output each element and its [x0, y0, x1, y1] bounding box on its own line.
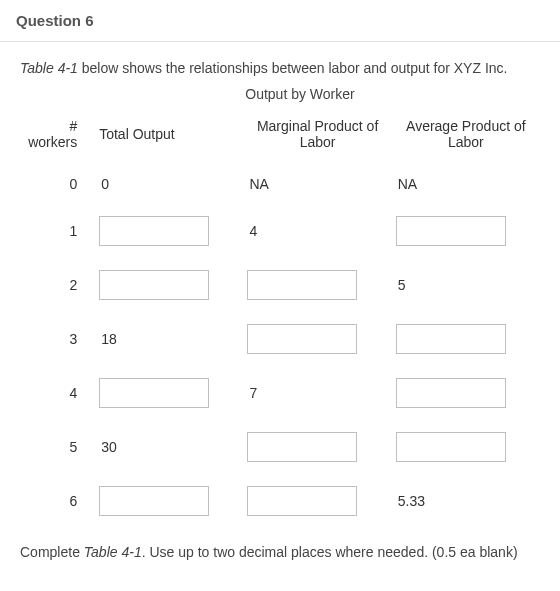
workers-value: 4: [20, 366, 95, 420]
mpl-value: 4: [247, 223, 257, 239]
intro-rest: below shows the relationships between la…: [78, 60, 508, 76]
workers-value: 1: [20, 204, 95, 258]
table-header-row: # workers Total Output Marginal Product …: [20, 112, 540, 164]
table-row: 00NANA: [20, 164, 540, 204]
mpl-input[interactable]: [247, 270, 357, 300]
table-row: 14: [20, 204, 540, 258]
table-row: 318: [20, 312, 540, 366]
table-caption: Output by Worker: [60, 86, 540, 102]
total-input[interactable]: [99, 270, 209, 300]
apl-input[interactable]: [396, 432, 506, 462]
total-input[interactable]: [99, 486, 209, 516]
col-header-workers: # workers: [20, 112, 95, 164]
footer-table-ref: Table 4-1: [84, 544, 142, 560]
intro-text: Table 4-1 below shows the relationships …: [20, 60, 540, 76]
mpl-input[interactable]: [247, 432, 357, 462]
workers-value: 2: [20, 258, 95, 312]
mpl-input[interactable]: [247, 324, 357, 354]
mpl-value: NA: [247, 176, 268, 192]
total-input[interactable]: [99, 378, 209, 408]
workers-value: 6: [20, 474, 95, 528]
col-header-total: Total Output: [95, 112, 243, 164]
table-row: 65.33: [20, 474, 540, 528]
intro-table-ref: Table 4-1: [20, 60, 78, 76]
apl-input[interactable]: [396, 216, 506, 246]
total-value: 18: [99, 331, 117, 347]
footer-prefix: Complete: [20, 544, 84, 560]
apl-value: 5: [396, 277, 406, 293]
apl-value: NA: [396, 176, 417, 192]
footer-rest: . Use up to two decimal places where nee…: [142, 544, 518, 560]
workers-value: 5: [20, 420, 95, 474]
apl-value: 5.33: [396, 493, 425, 509]
col-header-mpl: Marginal Product of Labor: [243, 112, 391, 164]
apl-input[interactable]: [396, 378, 506, 408]
mpl-input[interactable]: [247, 486, 357, 516]
labor-output-table: # workers Total Output Marginal Product …: [20, 112, 540, 528]
total-value: 30: [99, 439, 117, 455]
question-body: Table 4-1 below shows the relationships …: [0, 42, 560, 574]
apl-input[interactable]: [396, 324, 506, 354]
total-value: 0: [99, 176, 109, 192]
workers-value: 3: [20, 312, 95, 366]
workers-value: 0: [20, 164, 95, 204]
table-row: 530: [20, 420, 540, 474]
table-row: 47: [20, 366, 540, 420]
col-header-apl: Average Product of Labor: [392, 112, 540, 164]
footer-instructions: Complete Table 4-1. Use up to two decima…: [20, 544, 540, 560]
table-row: 25: [20, 258, 540, 312]
question-title: Question 6: [0, 0, 560, 42]
total-input[interactable]: [99, 216, 209, 246]
mpl-value: 7: [247, 385, 257, 401]
